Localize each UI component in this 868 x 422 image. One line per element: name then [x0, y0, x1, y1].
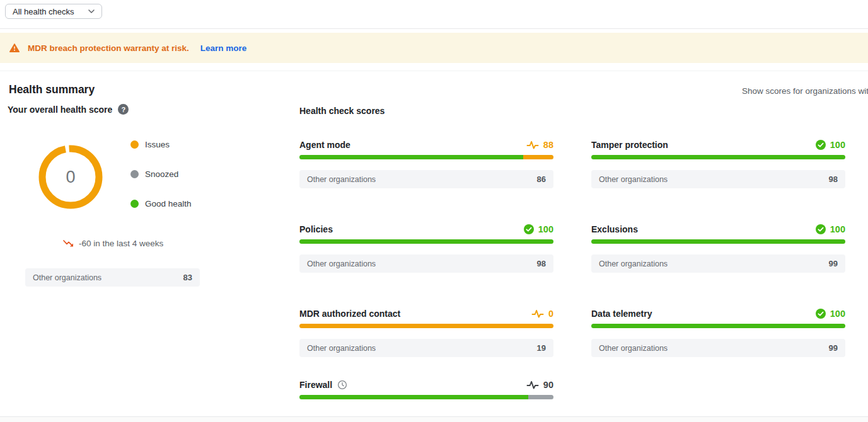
card-head: Firewall90	[299, 379, 553, 391]
divider	[0, 28, 868, 29]
card-head: MDR authorized contact0	[299, 307, 553, 320]
card-score: 100	[524, 224, 553, 234]
score-value: 90	[543, 380, 553, 390]
score-bar	[591, 239, 845, 244]
score-bar	[591, 324, 845, 328]
other-orgs-row: Other organizations99	[591, 254, 845, 273]
card-score: 88	[526, 140, 553, 150]
other-orgs-row: Other organizations98	[299, 254, 553, 273]
divider	[0, 71, 868, 71]
card-head: Policies100	[299, 223, 553, 236]
other-orgs-row: Other organizations99	[591, 339, 845, 357]
card-title: MDR authorized contact	[299, 309, 400, 319]
health-donut: 0	[33, 139, 108, 215]
other-orgs-value: 86	[537, 174, 546, 184]
check-circle-icon	[816, 224, 826, 234]
health-checks-filter-dropdown[interactable]: All health checks	[5, 4, 102, 19]
health-check-card[interactable]: Firewall90	[299, 379, 553, 404]
health-check-card[interactable]: Tamper protection100Other organizations9…	[591, 139, 845, 202]
legend-item-good-health: Good health	[130, 199, 192, 208]
card-title: Data telemetry	[591, 309, 652, 319]
other-orgs-label: Other organizations	[307, 344, 376, 353]
other-orgs-label: Other organizations	[307, 175, 376, 184]
score-bar	[591, 155, 845, 159]
other-orgs-value: 99	[829, 259, 838, 268]
card-head: Agent mode88	[299, 139, 553, 151]
score-bar	[299, 324, 553, 328]
card-title: Agent mode	[299, 140, 350, 150]
bottom-strip	[0, 417, 868, 422]
snoozed-dot-icon	[130, 170, 139, 178]
clock-icon[interactable]	[337, 380, 347, 390]
card-score: 100	[816, 140, 845, 150]
donut-legend: Issues Snoozed Good health	[130, 140, 192, 229]
health-check-card[interactable]: Agent mode88Other organizations86	[299, 139, 553, 202]
learn-more-link[interactable]: Learn more	[200, 43, 247, 53]
good-health-dot-icon	[130, 200, 139, 208]
score-bar	[299, 395, 553, 399]
warning-icon	[9, 43, 20, 52]
other-orgs-row: Other organizations19	[299, 339, 553, 357]
show-scores-note: Show scores for organizations with	[742, 86, 868, 96]
card-score: 100	[816, 309, 845, 319]
other-orgs-comparison: Other organizations 83	[25, 268, 200, 287]
card-head: Exclusions100	[591, 223, 845, 236]
donut-value: 0	[33, 139, 108, 215]
issues-dot-icon	[130, 140, 139, 149]
check-circle-icon	[816, 309, 826, 319]
card-title-text: Policies	[299, 224, 333, 234]
card-title-text: Tamper protection	[591, 140, 668, 150]
pulse-icon	[531, 309, 544, 319]
pulse-icon	[526, 380, 539, 390]
other-orgs-value: 83	[183, 273, 192, 282]
card-title-text: Firewall	[299, 380, 332, 390]
overall-score-label-text: Your overall health score	[8, 105, 112, 115]
card-title: Tamper protection	[591, 140, 668, 150]
card-title-text: Exclusions	[591, 224, 638, 234]
health-dashboard: All health checks MDR breach protection …	[0, 0, 868, 422]
legend-label: Snoozed	[145, 169, 178, 179]
legend-item-issues: Issues	[130, 140, 192, 149]
other-orgs-label: Other organizations	[599, 175, 668, 184]
other-orgs-value: 99	[829, 343, 838, 353]
other-orgs-label: Other organizations	[307, 259, 376, 268]
score-trend: -60 in the last 4 weeks	[63, 239, 163, 248]
legend-label: Good health	[145, 199, 192, 208]
card-title-text: Agent mode	[299, 140, 350, 150]
overall-score-label: Your overall health score ?	[8, 104, 129, 115]
trend-text: -60 in the last 4 weeks	[79, 239, 163, 248]
other-orgs-label: Other organizations	[33, 273, 101, 282]
warning-banner: MDR breach protection warranty at risk. …	[0, 33, 868, 63]
check-circle-icon	[816, 140, 826, 150]
other-orgs-label: Other organizations	[599, 344, 668, 353]
health-check-card[interactable]: Exclusions100Other organizations99	[591, 223, 845, 286]
card-head: Tamper protection100	[591, 139, 845, 151]
health-check-card[interactable]: Policies100Other organizations98	[299, 223, 553, 286]
health-check-card[interactable]: Data telemetry100Other organizations99	[591, 307, 845, 370]
pulse-icon	[526, 140, 539, 150]
chevron-down-icon	[88, 9, 95, 13]
other-orgs-value: 98	[829, 174, 838, 184]
other-orgs-row: Other organizations98	[591, 170, 845, 188]
health-check-card[interactable]: MDR authorized contact0Other organizatio…	[299, 307, 553, 370]
score-value: 88	[543, 140, 553, 150]
other-orgs-row: Other organizations86	[299, 170, 553, 188]
card-title-text: MDR authorized contact	[299, 309, 400, 319]
card-title-text: Data telemetry	[591, 309, 652, 319]
score-bar	[299, 239, 553, 244]
card-title: Firewall	[299, 380, 347, 390]
card-title: Exclusions	[591, 224, 638, 234]
check-circle-icon	[524, 224, 534, 234]
filter-label: All health checks	[13, 7, 74, 16]
card-score: 100	[816, 224, 845, 234]
banner-message: MDR breach protection warranty at risk.	[28, 43, 189, 53]
help-icon[interactable]: ?	[118, 104, 129, 115]
trend-down-icon	[63, 239, 74, 248]
card-score: 90	[526, 380, 553, 390]
card-title: Policies	[299, 224, 333, 234]
score-value: 100	[830, 309, 845, 319]
other-orgs-value: 19	[537, 343, 546, 353]
card-score: 0	[531, 309, 553, 319]
card-head: Data telemetry100	[591, 307, 845, 320]
legend-item-snoozed: Snoozed	[130, 169, 192, 178]
